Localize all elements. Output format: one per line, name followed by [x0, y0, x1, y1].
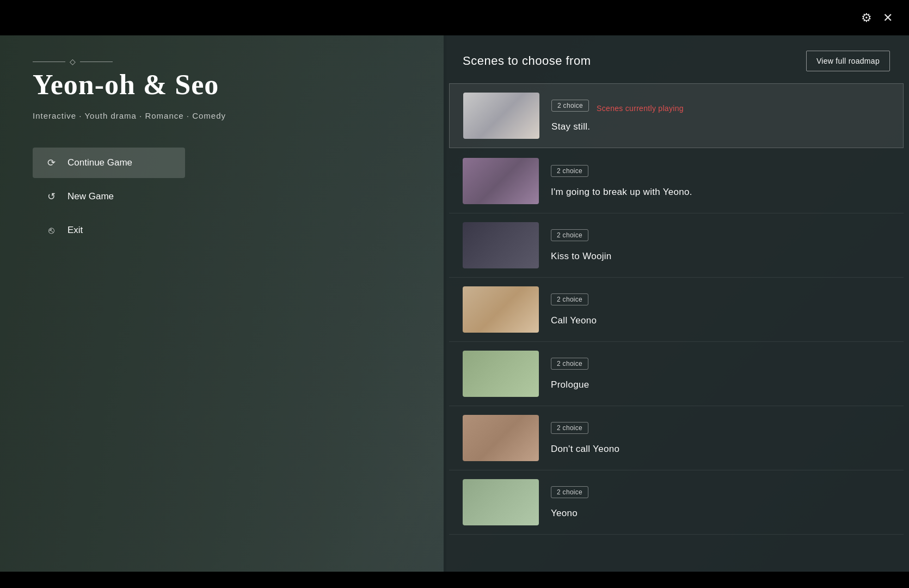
- scene-item-2[interactable]: 2 choice I'm going to break up with Yeon…: [449, 149, 904, 213]
- genre-tags: Interactive · Youth drama · Romance · Co…: [33, 111, 414, 120]
- left-panel: ◇ Yeon-oh & Seo Interactive · Youth dram…: [0, 35, 446, 588]
- scene-item-3[interactable]: 2 choice Kiss to Woojin: [449, 213, 904, 278]
- scene-info-7: 2 choice Yeono: [551, 486, 890, 519]
- logo-diamond: ◇: [70, 57, 76, 66]
- right-panel: Scenes to choose from View full roadmap …: [444, 35, 909, 588]
- scene-name-1: Stay still.: [551, 121, 889, 132]
- scene-badge-5: 2 choice: [551, 358, 588, 370]
- logo-decoration: ◇: [33, 57, 414, 66]
- exit-icon: ⎋: [44, 223, 59, 238]
- scene-info-3: 2 choice Kiss to Woojin: [551, 229, 890, 262]
- scene-top-row-4: 2 choice: [551, 293, 890, 311]
- main-menu: ⟳ Continue Game ↺ New Game ⎋ Exit: [33, 148, 185, 246]
- menu-item-continue[interactable]: ⟳ Continue Game: [33, 148, 185, 178]
- new-game-icon: ↺: [44, 189, 59, 204]
- exit-label: Exit: [67, 225, 83, 236]
- scene-info-2: 2 choice I'm going to break up with Yeon…: [551, 165, 890, 198]
- scene-thumbnail-4: [463, 286, 539, 333]
- scene-info-6: 2 choice Don't call Yeono: [551, 422, 890, 455]
- continue-label: Continue Game: [67, 157, 132, 168]
- view-roadmap-button[interactable]: View full roadmap: [806, 51, 890, 71]
- scene-top-row-1: 2 choice Scenes currently playing: [551, 100, 889, 117]
- scene-thumbnail-2: [463, 158, 539, 204]
- currently-playing-label: Scenes currently playing: [597, 104, 684, 113]
- continue-icon: ⟳: [44, 155, 59, 170]
- scene-top-row-2: 2 choice: [551, 165, 890, 182]
- scene-name-5: Prologue: [551, 379, 890, 390]
- scene-info-4: 2 choice Call Yeono: [551, 293, 890, 326]
- scene-item-5[interactable]: 2 choice Prologue: [449, 342, 904, 406]
- scene-thumbnail-1: [463, 93, 539, 139]
- logo-line-left: [33, 62, 65, 62]
- scene-badge-6: 2 choice: [551, 422, 588, 434]
- new-game-label: New Game: [67, 191, 114, 202]
- scene-name-6: Don't call Yeono: [551, 444, 890, 455]
- scene-thumbnail-6: [463, 415, 539, 461]
- scene-badge-7: 2 choice: [551, 486, 588, 498]
- logo-title: Yeon-oh & Seo: [33, 69, 414, 100]
- scene-item-6[interactable]: 2 choice Don't call Yeono: [449, 406, 904, 470]
- scene-info-5: 2 choice Prologue: [551, 358, 890, 390]
- scene-name-7: Yeono: [551, 508, 890, 519]
- scene-thumbnail-5: [463, 351, 539, 397]
- scene-item-1[interactable]: 2 choice Scenes currently playing Stay s…: [449, 83, 904, 148]
- scene-badge-3: 2 choice: [551, 229, 588, 241]
- bottom-bar: [0, 572, 909, 588]
- settings-icon[interactable]: ⚙: [861, 11, 872, 25]
- logo-line-right: [80, 62, 113, 62]
- scenes-title: Scenes to choose from: [463, 54, 591, 68]
- scene-info-1: 2 choice Scenes currently playing Stay s…: [551, 100, 889, 132]
- scene-badge-4: 2 choice: [551, 293, 588, 305]
- scene-top-row-5: 2 choice: [551, 358, 890, 375]
- scene-top-row-3: 2 choice: [551, 229, 890, 247]
- top-bar: ⚙ ✕: [0, 0, 909, 35]
- scene-top-row-7: 2 choice: [551, 486, 890, 504]
- scene-item-7[interactable]: 2 choice Yeono: [449, 470, 904, 535]
- scene-name-2: I'm going to break up with Yeono.: [551, 187, 890, 198]
- scene-badge-2: 2 choice: [551, 165, 588, 177]
- right-header: Scenes to choose from View full roadmap: [444, 35, 909, 82]
- scene-item-4[interactable]: 2 choice Call Yeono: [449, 278, 904, 342]
- menu-item-exit[interactable]: ⎋ Exit: [33, 215, 185, 246]
- close-icon[interactable]: ✕: [883, 11, 893, 25]
- scenes-list[interactable]: 2 choice Scenes currently playing Stay s…: [444, 82, 909, 588]
- menu-item-new-game[interactable]: ↺ New Game: [33, 181, 185, 212]
- scene-top-row-6: 2 choice: [551, 422, 890, 439]
- scene-name-4: Call Yeono: [551, 315, 890, 326]
- scene-thumbnail-7: [463, 479, 539, 525]
- scene-badge-1: 2 choice: [551, 100, 589, 112]
- scene-thumbnail-3: [463, 222, 539, 268]
- scene-name-3: Kiss to Woojin: [551, 251, 890, 262]
